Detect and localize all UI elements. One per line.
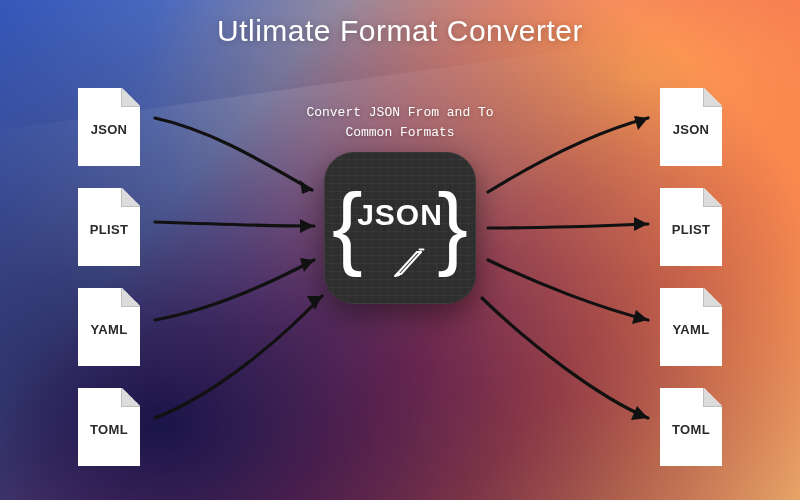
file-label: JSON <box>78 122 140 137</box>
svg-marker-6 <box>632 310 648 324</box>
svg-marker-2 <box>300 258 314 272</box>
arrow-left-3 <box>155 258 314 320</box>
file-fold-icon <box>122 188 140 206</box>
file-fold-icon <box>704 388 722 406</box>
file-icon-json-right: JSON <box>660 88 722 166</box>
file-label: PLIST <box>78 222 140 237</box>
svg-marker-1 <box>300 219 314 233</box>
file-label: TOML <box>660 422 722 437</box>
file-label: YAML <box>660 322 722 337</box>
file-icon-plist-right: PLIST <box>660 188 722 266</box>
svg-marker-0 <box>300 180 312 194</box>
file-icon-json-left: JSON <box>78 88 140 166</box>
svg-marker-5 <box>634 217 648 231</box>
file-label: JSON <box>660 122 722 137</box>
file-fold-icon <box>704 288 722 306</box>
file-fold-icon <box>122 88 140 106</box>
file-fold-icon <box>704 88 722 106</box>
arrow-right-2 <box>488 217 648 231</box>
file-label: YAML <box>78 322 140 337</box>
file-icon-yaml-right: YAML <box>660 288 722 366</box>
subtitle-line-1: Convert JSON From and To <box>306 105 493 120</box>
file-label: PLIST <box>660 222 722 237</box>
file-fold-icon <box>122 288 140 306</box>
file-icon-toml-left: TOML <box>78 388 140 466</box>
file-icon-plist-left: PLIST <box>78 188 140 266</box>
arrow-right-4 <box>482 298 648 420</box>
pencil-icon <box>389 242 429 282</box>
arrow-left-4 <box>155 296 322 418</box>
file-label: TOML <box>78 422 140 437</box>
app-icon-word: JSON <box>324 198 476 232</box>
arrow-right-3 <box>488 260 648 324</box>
file-fold-icon <box>704 188 722 206</box>
svg-marker-3 <box>307 296 322 310</box>
page-title: Utlimate Format Converter <box>0 14 800 48</box>
file-fold-icon <box>122 388 140 406</box>
promo-stage: Utlimate Format Converter Convert JSON F… <box>0 0 800 500</box>
app-icon: { } JSON <box>324 152 476 304</box>
svg-marker-7 <box>631 406 648 420</box>
file-icon-toml-right: TOML <box>660 388 722 466</box>
arrow-left-2 <box>155 219 314 233</box>
subtitle-line-2: Common Formats <box>345 125 454 140</box>
subtitle: Convert JSON From and To Common Formats <box>270 103 530 142</box>
svg-marker-4 <box>634 116 648 130</box>
file-icon-yaml-left: YAML <box>78 288 140 366</box>
